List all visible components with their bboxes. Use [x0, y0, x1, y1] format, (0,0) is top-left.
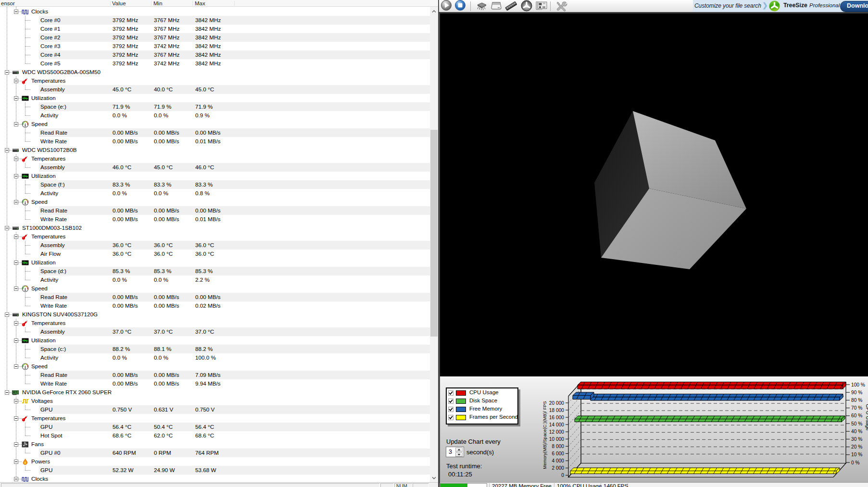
svg-text:40 %: 40 % — [851, 429, 862, 434]
svg-text:20 %: 20 % — [851, 444, 862, 450]
svg-text:4 000: 4 000 — [552, 458, 565, 463]
svg-text:CPU Usage: CPU Usage — [865, 404, 868, 431]
svg-text:100 %: 100 % — [851, 382, 865, 387]
svg-text:30 %: 30 % — [851, 437, 862, 442]
svg-text:Memory(MB)/Space(C:)(MB)/ FPS: Memory(MB)/Space(C:)(MB)/ FPS — [542, 401, 547, 469]
svg-text:12 000: 12 000 — [549, 429, 564, 435]
svg-text:8 000: 8 000 — [552, 444, 565, 449]
svg-text:80 %: 80 % — [851, 398, 862, 403]
svg-text:50 %: 50 % — [851, 421, 862, 426]
svg-text:60 %: 60 % — [851, 413, 862, 418]
svg-text:2 000: 2 000 — [552, 465, 565, 471]
svg-text:70 %: 70 % — [851, 405, 862, 411]
svg-text:0: 0 — [561, 473, 564, 478]
svg-text:10 %: 10 % — [851, 452, 862, 457]
svg-text:14 000: 14 000 — [549, 422, 564, 427]
svg-text:20 000: 20 000 — [549, 400, 564, 406]
svg-text:6 000: 6 000 — [552, 451, 565, 456]
svg-text:90 %: 90 % — [851, 390, 862, 395]
svg-text:10 000: 10 000 — [549, 437, 564, 442]
svg-text:16 000: 16 000 — [549, 415, 564, 420]
svg-text:0 %: 0 % — [851, 460, 860, 465]
svg-text:18 000: 18 000 — [549, 408, 564, 413]
